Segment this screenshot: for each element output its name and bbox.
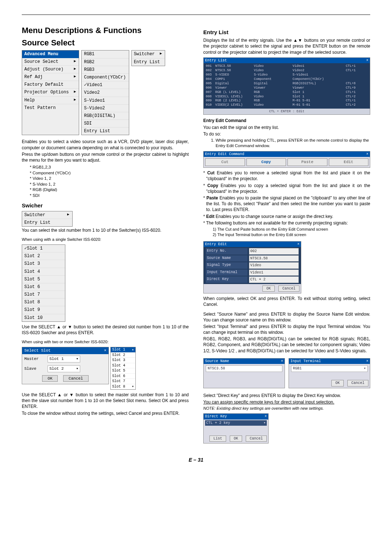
chevron-right-icon: ▶ — [74, 66, 76, 72]
menu-item[interactable]: Projector Options▶ — [22, 89, 79, 96]
menu-item[interactable]: Entry List — [82, 127, 128, 135]
menu-item[interactable]: Slot 6 — [22, 283, 65, 291]
menu-item[interactable]: Source Select▶ — [22, 58, 79, 66]
menu-item[interactable]: Test Pattern — [22, 104, 79, 112]
close-icon[interactable]: × — [265, 414, 267, 419]
paragraph: Use the SELECT ▲ or ▼ button to select t… — [22, 392, 189, 410]
menu-item[interactable]: Factory Default — [22, 81, 79, 89]
input-terminal-window: Input Terminal× RGB1▾ OK Cancel — [289, 358, 370, 388]
source-name-input[interactable]: NTSC3.58 — [206, 365, 282, 372]
close-icon[interactable]: × — [281, 359, 283, 364]
paragraph: Enables you to select a video source suc… — [22, 139, 189, 150]
table-cell: CTL+1 — [346, 99, 368, 103]
table-cell: 007 — [206, 91, 213, 94]
close-icon[interactable]: × — [104, 348, 106, 353]
input-terminal-field[interactable]: Video1 — [249, 270, 299, 276]
paste-button[interactable]: Paste — [287, 158, 327, 166]
table-cell — [346, 73, 368, 77]
edit-button[interactable]: Edit — [329, 158, 369, 166]
menu-item[interactable]: Component(YCbCr) — [82, 74, 128, 81]
menu-item[interactable]: SDI — [82, 120, 128, 127]
list-item: * Cut Enables you to remove a selected s… — [206, 170, 370, 182]
menu-item[interactable]: Slot 8 — [22, 299, 65, 306]
table-cell: Digital — [254, 82, 291, 86]
table-cell: Slot 1 — [293, 95, 344, 99]
paragraph: Select "Input Terminal" and press ENTER … — [203, 324, 370, 335]
source-name-field[interactable]: NTSC3.58 — [249, 255, 299, 262]
menu-item[interactable]: S-Video2 — [82, 105, 128, 112]
entry-edit-command-window: Entry Edit Command× Cut Copy Paste Edit — [203, 151, 370, 168]
table-cell: RGB — [254, 91, 291, 94]
menu-item[interactable]: Ref Adj▶ — [22, 73, 79, 81]
list-item: RGB (Digital) — [30, 187, 189, 193]
ok-button[interactable]: OK — [42, 375, 58, 382]
menu-item[interactable]: S-Video1 — [82, 97, 128, 105]
menu-item[interactable]: Video2 — [82, 89, 128, 97]
cancel-button[interactable]: Cancel — [246, 436, 267, 442]
source-name-window: Source Name× NTSC3.58 — [203, 358, 285, 388]
table-cell: M-01 S-01 — [293, 104, 344, 107]
paragraph: Use the SELECT ▲ or ▼ button to select t… — [22, 324, 189, 336]
menu-item[interactable]: Slot 10 — [22, 314, 65, 321]
slave-dropdown[interactable]: Slot 2▾ — [48, 365, 80, 372]
list-item: * Edit Enables you to change source name… — [206, 214, 370, 219]
copy-button[interactable]: Copy — [246, 158, 286, 166]
menu-item[interactable]: Entry List — [132, 58, 165, 66]
menu-item[interactable]: Slot 4 — [22, 268, 65, 276]
chevron-right-icon: ▶ — [74, 74, 76, 80]
table-cell: 005 — [206, 82, 213, 86]
table-cell: Video — [254, 65, 291, 68]
table-cell: Component — [254, 78, 291, 81]
table-cell: Digital — [215, 82, 252, 86]
cancel-button[interactable]: Cancel — [347, 380, 368, 386]
ok-button[interactable]: OK — [331, 380, 344, 386]
direct-key-dropdown[interactable]: CTL + 2 key▾ — [205, 420, 267, 426]
menu-item[interactable]: Help▶ — [22, 97, 79, 104]
list-button[interactable]: List — [209, 436, 226, 442]
menu-item[interactable]: Entry List — [22, 219, 72, 226]
menu-item[interactable]: Slot 5 — [22, 276, 65, 283]
table-cell: Component(YCbCr) — [293, 78, 344, 81]
menu-item[interactable]: ✓Video1 — [82, 81, 128, 89]
table-cell: CTL+2 — [346, 104, 368, 107]
cut-button[interactable]: Cut — [205, 158, 245, 166]
ok-button[interactable]: OK — [230, 436, 242, 442]
close-icon[interactable]: × — [366, 152, 368, 157]
slot-dropdown-list[interactable]: Slot 1▴ Slot 2 Slot 3 Slot 4 Slot 5 Slot… — [110, 347, 136, 390]
table-cell: Viewer — [293, 86, 344, 90]
menu-item[interactable]: ✓Slot 1 — [22, 245, 65, 252]
master-dropdown[interactable]: Slot 1▾ — [48, 356, 80, 362]
menu-item[interactable]: RGB2 — [82, 58, 128, 66]
paragraph: You can assign specific remote keys for … — [203, 399, 370, 405]
menu-item[interactable]: Switcher▶ — [22, 211, 72, 219]
menu-item[interactable]: RGB1 — [82, 50, 128, 58]
entry-edit-window: Entry Edit× Entry No.002 Source NameNTSC… — [203, 241, 301, 294]
menu-item[interactable]: Adjust (Source)▶ — [22, 66, 79, 73]
scroll-down-icon[interactable]: ▾ — [132, 384, 134, 389]
table-cell: 010 — [206, 104, 213, 107]
table-cell: VIDEO(2 LEVEL) — [215, 104, 252, 107]
cancel-button[interactable]: Cancel — [278, 285, 299, 292]
menu-item[interactable]: Switcher▶ — [132, 50, 165, 58]
menu-item[interactable]: Slot 9 — [22, 306, 65, 314]
menu-item[interactable]: Slot 2 — [22, 252, 65, 260]
close-icon[interactable]: × — [366, 58, 368, 63]
scroll-up-icon[interactable]: ▴ — [132, 347, 134, 352]
paragraph: Select "Source Name" and press ENTER to … — [203, 311, 370, 323]
swicher-submenu: Switcher▶ Entry List — [22, 211, 73, 227]
menu-item[interactable]: RGB3 — [82, 66, 128, 74]
menu-item[interactable]: RGB(DIGITAL) — [82, 112, 128, 120]
menu-item[interactable]: Slot 3 — [22, 260, 65, 268]
menu-item[interactable]: Slot 7 — [22, 291, 65, 299]
close-icon[interactable]: × — [366, 359, 368, 364]
direct-key-field[interactable]: CTL + 2 — [249, 276, 299, 283]
paragraph: Press the up/down buttons on your remote… — [22, 151, 189, 163]
input-terminal-dropdown[interactable]: RGB1▾ — [291, 365, 368, 372]
list-item: S-Video 1, 2 — [30, 182, 189, 187]
ok-button[interactable]: OK — [262, 285, 275, 292]
table-cell: S-VIDEO — [215, 73, 252, 77]
cancel-button[interactable]: Cancel — [63, 375, 89, 382]
close-icon[interactable]: × — [297, 242, 299, 247]
chevron-right-icon: ▶ — [74, 59, 76, 65]
table-cell: COMP1 — [215, 78, 252, 81]
